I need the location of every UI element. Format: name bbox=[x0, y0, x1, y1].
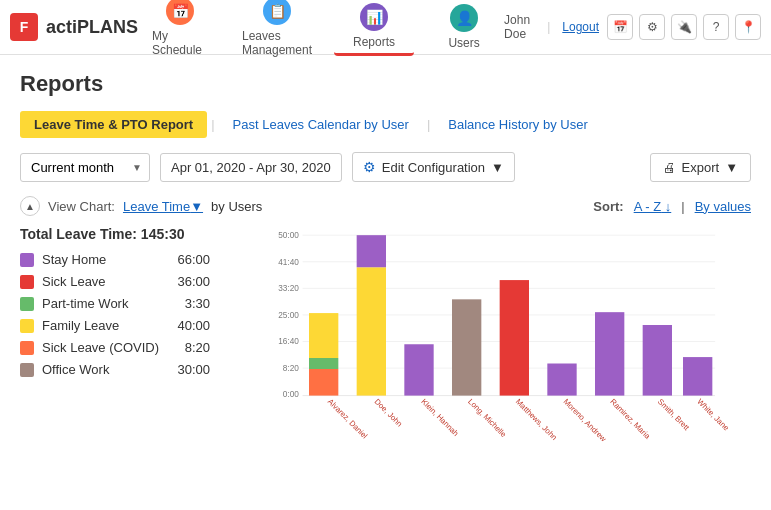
legend-value-1: 36:00 bbox=[170, 274, 210, 289]
header: F actiPLANS 📅 My Schedule 📋 Leaves Manag… bbox=[0, 0, 771, 55]
legend-color-stay-home bbox=[20, 253, 34, 267]
legend-name-4: Sick Leave (COVID) bbox=[42, 340, 162, 355]
xlabel-ramirez: Ramirez, Maria bbox=[608, 397, 652, 441]
gear-config-icon: ⚙ bbox=[363, 159, 376, 175]
period-select-wrap: Current month Last month Current quarter… bbox=[20, 153, 150, 182]
bar-chart: 50:00 41:40 33:20 25:00 16:40 8:20 0:00 bbox=[230, 226, 751, 449]
main-nav: 📅 My Schedule 📋 Leaves Management 📊 Repo… bbox=[140, 0, 504, 61]
location-icon[interactable]: 📍 bbox=[735, 14, 761, 40]
gear-icon[interactable]: ⚙ bbox=[639, 14, 665, 40]
plugin-icon[interactable]: 🔌 bbox=[671, 14, 697, 40]
edit-config-arrow: ▼ bbox=[491, 160, 504, 175]
user-name: John Doe bbox=[504, 13, 535, 41]
legend-value-3: 40:00 bbox=[170, 318, 210, 333]
legend-value-0: 66:00 bbox=[170, 252, 210, 267]
legend-value-4: 8:20 bbox=[170, 340, 210, 355]
period-select[interactable]: Current month Last month Current quarter… bbox=[20, 153, 150, 182]
nav-schedule-label: My Schedule bbox=[152, 29, 208, 57]
legend-color-family-leave bbox=[20, 319, 34, 333]
legend-item-2: Part-time Work 3:30 bbox=[20, 296, 210, 311]
logo-area: F actiPLANS bbox=[10, 13, 140, 41]
nav-users[interactable]: 👤 Users bbox=[424, 0, 504, 54]
bar-moreno-stayhome bbox=[547, 364, 576, 396]
content: Reports Leave Time & PTO Report | Past L… bbox=[0, 55, 771, 465]
legend-value-2: 3:30 bbox=[170, 296, 210, 311]
xlabel-moreno: Moreno, Andrew bbox=[562, 397, 609, 444]
tab-sep-2: | bbox=[423, 117, 434, 132]
collapse-button[interactable]: ▲ bbox=[20, 196, 40, 216]
total-value: 145:30 bbox=[141, 226, 185, 242]
xlabel-smith: Smith, Brett bbox=[656, 397, 692, 433]
chart-header-right: Sort: A - Z ↓ | By values bbox=[593, 199, 751, 214]
export-icon: 🖨 bbox=[663, 160, 676, 175]
xlabel-doe: Doe, John bbox=[373, 397, 404, 428]
nav-my-schedule[interactable]: 📅 My Schedule bbox=[140, 0, 220, 61]
edit-config-button[interactable]: ⚙ Edit Configuration ▼ bbox=[352, 152, 515, 182]
schedule-icon: 📅 bbox=[166, 0, 194, 25]
tab-past-leaves[interactable]: Past Leaves Calendar by User bbox=[219, 111, 423, 138]
export-label: Export bbox=[682, 160, 720, 175]
bar-alvarez-parttime bbox=[309, 358, 338, 369]
svg-text:25:00: 25:00 bbox=[278, 311, 299, 320]
tab-leave-pto[interactable]: Leave Time & PTO Report bbox=[20, 111, 207, 138]
total-label: Total Leave Time: bbox=[20, 226, 137, 242]
export-arrow: ▼ bbox=[725, 160, 738, 175]
report-tabs: Leave Time & PTO Report | Past Leaves Ca… bbox=[20, 111, 751, 138]
legend-item-1: Sick Leave 36:00 bbox=[20, 274, 210, 289]
chart-header: ▲ View Chart: Leave Time▼ by Users Sort:… bbox=[20, 196, 751, 216]
toolbar-icons: 📅 ⚙ 🔌 ? 📍 bbox=[607, 14, 761, 40]
legend-item-3: Family Leave 40:00 bbox=[20, 318, 210, 333]
bar-chart-svg: 50:00 41:40 33:20 25:00 16:40 8:20 0:00 bbox=[230, 226, 751, 446]
legend-name-2: Part-time Work bbox=[42, 296, 162, 311]
svg-text:8:20: 8:20 bbox=[283, 364, 299, 373]
svg-text:33:20: 33:20 bbox=[278, 284, 299, 293]
legend-name-0: Stay Home bbox=[42, 252, 162, 267]
sort-az-button[interactable]: A - Z ↓ bbox=[634, 199, 672, 214]
bar-smith-stayhome bbox=[643, 325, 672, 396]
legend-item-5: Office Work 30:00 bbox=[20, 362, 210, 377]
logo-icon: F bbox=[10, 13, 38, 41]
sort-separator: | bbox=[681, 199, 684, 214]
xlabel-long: Long, Michelle bbox=[466, 397, 508, 439]
nav-leaves-management[interactable]: 📋 Leaves Management bbox=[230, 0, 324, 61]
page-title: Reports bbox=[20, 71, 751, 97]
xlabel-alvarez: Alvarez, Daniel bbox=[326, 397, 370, 441]
export-button[interactable]: 🖨 Export ▼ bbox=[650, 153, 751, 182]
chart-type-selector[interactable]: Leave Time▼ bbox=[123, 199, 203, 214]
bar-alvarez-family bbox=[309, 313, 338, 358]
edit-config-label: Edit Configuration bbox=[382, 160, 485, 175]
separator: | bbox=[547, 20, 550, 34]
calendar-tool-icon[interactable]: 📅 bbox=[607, 14, 633, 40]
legend-color-office-work bbox=[20, 363, 34, 377]
tab-sep-1: | bbox=[207, 117, 218, 132]
logout-link[interactable]: Logout bbox=[562, 20, 599, 34]
svg-text:41:40: 41:40 bbox=[278, 258, 299, 267]
users-icon: 👤 bbox=[450, 4, 478, 32]
sort-values-button[interactable]: By values bbox=[695, 199, 751, 214]
bar-doe-stayhome bbox=[357, 235, 386, 267]
bar-doe-family bbox=[357, 267, 386, 395]
xlabel-matthews: Matthews, John bbox=[514, 397, 559, 442]
legend-color-sick-leave bbox=[20, 275, 34, 289]
legend-value-5: 30:00 bbox=[170, 362, 210, 377]
header-right: John Doe | Logout 📅 ⚙ 🔌 ? 📍 bbox=[504, 13, 761, 41]
legend-title: Total Leave Time: 145:30 bbox=[20, 226, 210, 242]
view-chart-prefix: View Chart: bbox=[48, 199, 115, 214]
nav-reports[interactable]: 📊 Reports bbox=[334, 0, 414, 56]
tab-balance-history[interactable]: Balance History by User bbox=[434, 111, 601, 138]
sort-az-label: A - Z bbox=[634, 199, 661, 214]
chart-type-label: Leave Time bbox=[123, 199, 190, 214]
bar-matthews-sickleave bbox=[500, 280, 529, 395]
reports-icon: 📊 bbox=[360, 3, 388, 31]
chart-area: Total Leave Time: 145:30 Stay Home 66:00… bbox=[20, 226, 751, 449]
legend-name-3: Family Leave bbox=[42, 318, 162, 333]
chart-suffix: by Users bbox=[211, 199, 262, 214]
nav-reports-label: Reports bbox=[353, 35, 395, 49]
bar-white-stayhome bbox=[683, 357, 712, 396]
bar-klein-stayhome bbox=[404, 344, 433, 395]
sort-label: Sort: bbox=[593, 199, 623, 214]
help-icon[interactable]: ? bbox=[703, 14, 729, 40]
legend-name-1: Sick Leave bbox=[42, 274, 162, 289]
app-title: actiPLANS bbox=[46, 17, 138, 38]
svg-text:50:00: 50:00 bbox=[278, 231, 299, 240]
